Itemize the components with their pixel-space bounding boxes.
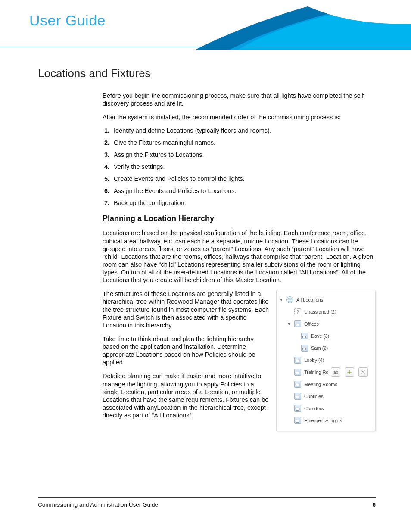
header-swoosh-graphic xyxy=(196,0,411,50)
rename-button[interactable]: ab xyxy=(331,367,340,377)
footer-rule xyxy=(38,497,376,498)
add-button[interactable] xyxy=(345,367,354,377)
hierarchy-paragraph-1: Locations are based on the physical conf… xyxy=(103,229,376,284)
location-icon xyxy=(294,417,302,424)
location-icon xyxy=(294,392,302,400)
step-item: Back up the configuration. xyxy=(111,199,376,206)
tree-label: Sam (2) xyxy=(311,345,328,351)
step-item: Assign the Events and Policies to Locati… xyxy=(111,187,376,194)
tree-row-all-locations[interactable]: ▼ All Locations xyxy=(279,294,373,306)
tree-label: Lobby (4) xyxy=(304,358,324,363)
commissioning-steps-list: Identify and define Locations (typically… xyxy=(103,127,376,206)
tree-row-dave[interactable]: ▼ Dave (3) xyxy=(279,330,373,342)
step-item: Identify and define Locations (typically… xyxy=(111,127,376,134)
globe-icon xyxy=(286,296,294,304)
tree-label: Corridors xyxy=(304,406,324,411)
page-footer: Commissioning and Administration User Gu… xyxy=(38,501,376,508)
tree-row-offices[interactable]: ▼ Offices xyxy=(279,318,373,330)
swoosh-svg xyxy=(196,0,411,50)
footer-doc-title: Commissioning and Administration User Gu… xyxy=(38,501,158,508)
location-icon xyxy=(294,356,302,364)
section-title: Locations and Fixtures xyxy=(38,67,376,81)
tree-label: Emergency Lights xyxy=(304,418,342,423)
expand-arrow-icon[interactable]: ▼ xyxy=(279,298,283,302)
header-title: User Guide xyxy=(29,12,106,29)
location-icon xyxy=(294,320,302,328)
location-icon xyxy=(301,344,308,352)
location-icon xyxy=(294,380,302,388)
expand-arrow-icon[interactable]: ▼ xyxy=(287,322,291,326)
tree-label: Meeting Rooms xyxy=(304,382,337,387)
hierarchy-paragraph-2: The structures of these Locations are ge… xyxy=(103,290,270,329)
step-item: Create Events and Policies to control th… xyxy=(111,175,376,182)
tree-row-lobby[interactable]: ▼ Lobby (4) xyxy=(279,354,373,366)
hierarchy-paragraph-3: Take time to think about and plan the li… xyxy=(103,335,270,367)
location-icon xyxy=(294,404,302,412)
hierarchy-paragraph-4: Detailed planning can make it easier and… xyxy=(103,372,270,419)
tree-label: Cublicles xyxy=(304,394,324,399)
tree-row-meeting-rooms[interactable]: ▼ Meeting Rooms xyxy=(279,378,373,390)
tree-row-corridors[interactable]: ▼ Corridors xyxy=(279,402,373,414)
tree-row-emergency-lights[interactable]: ▼ Emergency Lights xyxy=(279,414,373,426)
tree-row-training-selected[interactable]: ▼ Training Ro ab xyxy=(279,366,373,378)
main-content: Locations and Fixtures Before you begin … xyxy=(38,67,376,431)
intro-paragraph-1: Before you begin the commissioning proce… xyxy=(103,92,376,107)
step-item: Verify the settings. xyxy=(111,163,376,170)
tree-label: All Locations xyxy=(296,297,323,302)
step-item: Give the Fixtures meaningful names. xyxy=(111,139,376,146)
delete-button[interactable] xyxy=(358,367,368,377)
x-icon xyxy=(361,370,365,374)
unknown-icon: ? xyxy=(294,308,302,316)
tree-label: Unassigned (2) xyxy=(304,309,336,314)
tree-row-sam[interactable]: ▼ Sam (2) xyxy=(279,342,373,354)
location-icon xyxy=(301,332,308,340)
intro-paragraph-2: After the system is installed, the recom… xyxy=(103,113,376,121)
page-number: 6 xyxy=(372,501,376,508)
header-rule xyxy=(0,47,411,47)
tree-row-cubicles[interactable]: ▼ Cublicles xyxy=(279,390,373,402)
tree-label: Training Ro xyxy=(304,370,328,375)
location-icon xyxy=(294,368,302,376)
tree-label: Offices xyxy=(304,321,319,327)
location-tree-panel: ▼ All Locations ▼ ? Unassigned (2) ▼ Off… xyxy=(276,290,376,431)
plus-icon xyxy=(347,370,352,374)
tree-row-unassigned[interactable]: ▼ ? Unassigned (2) xyxy=(279,306,373,318)
tree-label: Dave (3) xyxy=(311,333,329,339)
subsection-heading: Planning a Location Hierarchy xyxy=(103,214,376,223)
step-item: Assign the Fixtures to Locations. xyxy=(111,151,376,158)
